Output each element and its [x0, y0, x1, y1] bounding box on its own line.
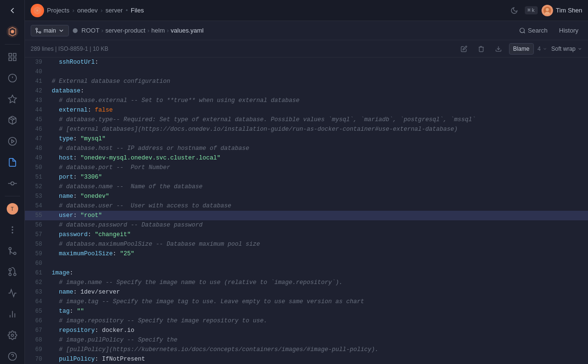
- line-number: 49: [25, 153, 48, 163]
- line-number: 65: [25, 307, 48, 316]
- blame-button[interactable]: Blame: [509, 43, 534, 55]
- path-helm[interactable]: helm: [151, 27, 165, 34]
- line-number: 69: [25, 345, 48, 354]
- nav-repo[interactable]: server: [105, 7, 123, 14]
- path-root[interactable]: ROOT: [81, 27, 100, 34]
- sidebar-item-analytics[interactable]: [0, 304, 25, 325]
- table-row: 58 # database.maximumPoolSize -- Databas…: [25, 239, 588, 249]
- svg-marker-9: [8, 95, 16, 103]
- line-code: [48, 259, 588, 268]
- edit-button[interactable]: [457, 42, 471, 56]
- nav-sep-2: ›: [101, 7, 102, 14]
- svg-point-37: [39, 31, 41, 33]
- sidebar-logo[interactable]: [0, 21, 25, 42]
- svg-rect-5: [13, 58, 16, 61]
- svg-marker-13: [11, 140, 14, 143]
- svg-line-10: [11, 117, 14, 119]
- line-code: [48, 67, 588, 77]
- table-row: 61image:: [25, 268, 588, 278]
- sidebar-item-pipelines[interactable]: [0, 131, 25, 152]
- line-number: 50: [25, 163, 48, 172]
- file-meta-info: 289 lines | ISO-8859-1 | 10 KB: [31, 46, 108, 52]
- table-row: 65 tag: "": [25, 307, 588, 316]
- sidebar-item-more[interactable]: [0, 219, 25, 240]
- soft-wrap-button[interactable]: Soft wrap: [551, 46, 582, 52]
- table-row: 40: [25, 67, 588, 77]
- sidebar-item-pull-requests[interactable]: [0, 262, 25, 283]
- history-button[interactable]: History: [555, 25, 582, 36]
- sidebar-item-toggle[interactable]: [0, 0, 25, 21]
- svg-point-14: [11, 182, 14, 185]
- sidebar-bottom: [0, 346, 25, 364]
- svg-point-12: [8, 137, 16, 146]
- sidebar-item-help[interactable]: [0, 346, 25, 364]
- sidebar-item-packages[interactable]: [0, 110, 25, 131]
- sidebar-item-avatar-user[interactable]: T: [0, 198, 25, 219]
- download-button[interactable]: [492, 42, 505, 56]
- search-button[interactable]: Search: [515, 25, 551, 36]
- line-code: # database.password -- Database password: [48, 220, 588, 230]
- line-code: external: false: [48, 105, 588, 115]
- table-row: 55 user: "root": [25, 211, 588, 220]
- nav-projects[interactable]: Projects: [47, 7, 69, 14]
- line-number: 53: [25, 192, 48, 201]
- sidebar-item-settings[interactable]: [0, 325, 25, 346]
- topbar-user[interactable]: Tim Shen: [542, 5, 582, 16]
- indent-value: 4: [538, 46, 541, 52]
- line-number: 43: [25, 96, 48, 105]
- table-row: 47 type: "mysql": [25, 134, 588, 144]
- table-row: 57 password: "changeit": [25, 230, 588, 239]
- sidebar-item-commits[interactable]: [0, 173, 25, 194]
- sidebar-item-source-control[interactable]: [0, 240, 25, 262]
- meta-bar: 289 lines | ISO-8859-1 | 10 KB: [25, 40, 588, 57]
- line-number: 58: [25, 239, 48, 249]
- table-row: 59 maximumPoolSize: "25": [25, 249, 588, 259]
- line-number: 40: [25, 67, 48, 77]
- topbar-brand[interactable]: [31, 4, 44, 17]
- nav-org[interactable]: onedev: [77, 7, 98, 14]
- line-code: maximumPoolSize: "25": [48, 249, 588, 259]
- line-code: # database.host -- IP address or hostnam…: [48, 144, 588, 153]
- table-row: 44 external: false: [25, 105, 588, 115]
- table-row: 48 # database.host -- IP address or host…: [25, 144, 588, 153]
- line-number: 48: [25, 144, 48, 153]
- line-number: 51: [25, 172, 48, 182]
- table-row: 50 # database.port -- Port Number: [25, 163, 588, 172]
- path-server-product[interactable]: server-product: [105, 27, 146, 34]
- code-area[interactable]: 39 sshRootUrl:40 41# External database c…: [25, 57, 588, 364]
- theme-toggle-btn[interactable]: [508, 4, 521, 17]
- line-number: 66: [25, 316, 48, 326]
- line-number: 64: [25, 297, 48, 307]
- table-row: 43 # database.external -- Set to **true*…: [25, 96, 588, 105]
- table-row: 64 # image.tag -- Specify the image tag …: [25, 297, 588, 307]
- line-code: # image.repository -- Specify the image …: [48, 316, 588, 326]
- table-row: 46 # [external databases](https://docs.o…: [25, 125, 588, 134]
- path-sep-2: ›: [147, 27, 149, 34]
- svg-point-19: [12, 232, 13, 233]
- path-sep-3: ›: [167, 27, 169, 34]
- delete-button[interactable]: [475, 42, 488, 56]
- sidebar-item-files[interactable]: [0, 152, 25, 173]
- table-row: 42database:: [25, 86, 588, 96]
- table-row: 62 # image.name -- Specify the image nam…: [25, 278, 588, 287]
- line-number: 60: [25, 259, 48, 268]
- line-code: # database.port -- Port Number: [48, 163, 588, 172]
- sidebar-item-builds[interactable]: [0, 89, 25, 110]
- line-code: # External database configuration: [48, 77, 588, 86]
- table-row: 49 host: "onedev-mysql.onedev.svc.cluste…: [25, 153, 588, 163]
- sidebar-item-issues[interactable]: [0, 68, 25, 89]
- sidebar-item-dashboard[interactable]: [0, 46, 25, 68]
- line-code: user: "root": [48, 211, 588, 220]
- line-number: 63: [25, 287, 48, 297]
- table-row: 60: [25, 259, 588, 268]
- topbar: Projects › onedev › server • Files ⌘ k: [25, 0, 588, 21]
- svg-point-23: [9, 269, 11, 271]
- svg-point-33: [36, 9, 39, 11]
- table-row: 39 sshRootUrl:: [25, 57, 588, 67]
- line-number: 39: [25, 57, 48, 67]
- branch-selector[interactable]: main: [31, 25, 69, 36]
- indent-control[interactable]: 4: [538, 46, 548, 52]
- line-number: 67: [25, 326, 48, 335]
- sidebar-item-deployments[interactable]: [0, 283, 25, 304]
- line-code: type: "mysql": [48, 134, 588, 144]
